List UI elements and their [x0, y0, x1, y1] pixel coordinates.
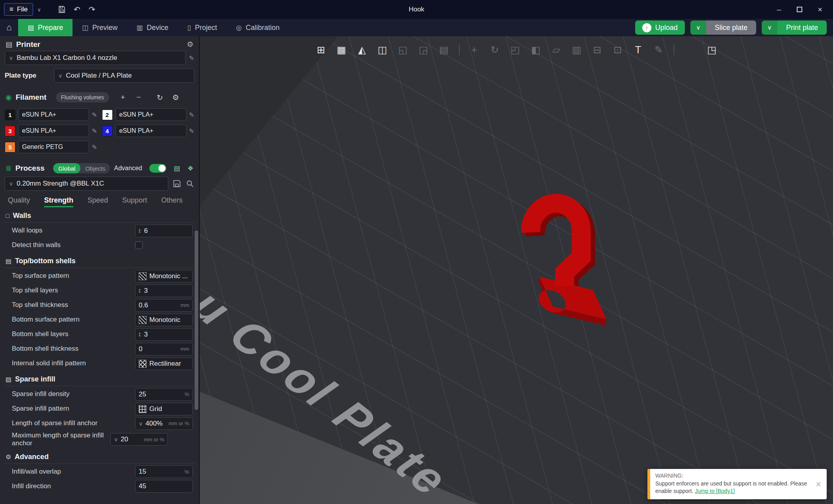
anchor-length-select[interactable]: ∨ 400% mm or %	[135, 417, 193, 430]
filament-name-field[interactable]: eSUN PLA+	[18, 108, 89, 121]
filament-color-badge[interactable]: 5	[5, 142, 15, 153]
align-icon[interactable]: ⊟	[589, 41, 606, 58]
sparse-density-input[interactable]: 25 %	[135, 388, 193, 401]
close-button[interactable]: ×	[811, 2, 829, 17]
edit-filament-icon[interactable]: ✎	[92, 111, 97, 119]
print-options-chevron[interactable]: ∨	[762, 20, 777, 35]
internal-solid-pattern-select[interactable]: Rectilinear	[135, 357, 193, 370]
minimize-button[interactable]: –	[770, 2, 788, 17]
process-preset-select[interactable]: ∨ 0.20mm Strength @BBL X1C	[5, 177, 168, 191]
sync-ams-icon[interactable]: ↻	[154, 92, 166, 103]
edit-filament-icon[interactable]: ✎	[92, 127, 97, 135]
edit-printer-icon[interactable]: ✎	[189, 54, 194, 62]
warning-close-button[interactable]: ×	[810, 469, 827, 499]
tab-project[interactable]: ▯ Project	[178, 19, 226, 36]
add-plate-icon[interactable]: ▦	[333, 41, 350, 58]
save-button[interactable]	[54, 2, 69, 17]
anchor-max-length-select[interactable]: ∨ 20 mm or %	[110, 433, 168, 446]
mirror-icon[interactable]: ◧	[527, 41, 545, 58]
viewport-3d[interactable]: Bambu Cool Plate ⊞ ▦ ◭ ◫ ◱ ◲ ▤ + ↻ ◰ ◧ ▱…	[200, 36, 833, 504]
file-menu-button[interactable]: ≡ File	[4, 3, 33, 16]
tab-prepare[interactable]: ▧ Prepare	[18, 19, 73, 36]
maximize-button[interactable]	[790, 2, 809, 17]
layers-icon[interactable]: ▤	[435, 41, 453, 58]
undo-button[interactable]: ↶	[69, 2, 84, 17]
top-shell-layers-input[interactable]: ▴▾ 3	[135, 285, 193, 297]
edit-filament-icon[interactable]: ✎	[92, 143, 97, 151]
sparse-pattern-select[interactable]: Grid	[135, 403, 193, 415]
scope-objects-button[interactable]: Objects	[80, 165, 110, 172]
wall-loops-input[interactable]: ▴▾ 6	[135, 225, 193, 237]
slice-options-chevron[interactable]: ∨	[690, 20, 706, 35]
file-menu-chevron[interactable]: ∨	[33, 2, 45, 17]
infill-direction-input[interactable]: 45	[135, 480, 193, 493]
warning-jump-link[interactable]: Jump to [Body1]	[695, 488, 734, 494]
spinner-arrows[interactable]: ▴▾	[139, 228, 141, 234]
tab-project-label: Project	[195, 24, 217, 32]
filament-name-field[interactable]: eSUN PLA+	[115, 125, 186, 137]
arrange-icon[interactable]: ◫	[374, 41, 391, 58]
tab-speed[interactable]: Speed	[87, 196, 108, 207]
sidebar-scrollbar[interactable]	[195, 231, 198, 410]
printer-select-value: Bambu Lab X1 Carbon 0.4 nozzle	[17, 54, 117, 62]
copy-icon[interactable]: ◱	[394, 41, 412, 58]
param-label: Wall loops	[12, 227, 135, 234]
filament-color-badge[interactable]: 1	[5, 110, 15, 120]
paste-icon[interactable]: ◲	[415, 41, 432, 58]
filament-settings-gear-icon[interactable]: ⚙	[170, 92, 182, 103]
bottom-shell-layers-input[interactable]: ▴▾ 3	[135, 328, 193, 341]
tab-preview[interactable]: ◫ Preview	[73, 19, 127, 36]
bottom-shell-thickness-input[interactable]: 0 mm	[135, 343, 193, 355]
model-hook[interactable]	[515, 173, 610, 331]
add-filament-button[interactable]: +	[117, 92, 129, 103]
filament-color-badge[interactable]: 3	[5, 126, 15, 136]
filament-color-badge[interactable]: 2	[102, 110, 113, 120]
auto-orient-icon[interactable]: ◭	[353, 41, 371, 58]
save-preset-icon[interactable]	[173, 179, 181, 188]
spinner-arrows[interactable]: ▴▾	[139, 332, 141, 337]
seam-paint-icon[interactable]: ✎	[650, 41, 668, 58]
filament-name-field[interactable]: Generic PETG	[18, 141, 89, 153]
tab-device[interactable]: ▥ Device	[127, 19, 178, 36]
tab-quality[interactable]: Quality	[8, 196, 30, 207]
flushing-volumes-button[interactable]: Flushing volumes	[56, 92, 109, 102]
assembly-view-icon[interactable]: ◳	[703, 41, 721, 58]
lay-flat-icon[interactable]: ▱	[548, 41, 565, 58]
tab-calibration[interactable]: ◎ Calibration	[227, 19, 289, 36]
slice-plate-button[interactable]: ∨ Slice plate	[690, 20, 756, 35]
plate-type-select[interactable]: ∨ Cool Plate / PLA Plate	[54, 69, 194, 83]
rotate-icon[interactable]: ↻	[486, 41, 504, 58]
top-surface-pattern-select[interactable]: Monotonic ...	[135, 270, 193, 283]
frame-icon[interactable]: ⊡	[609, 41, 627, 58]
cut-icon[interactable]: ▥	[568, 41, 586, 58]
filament-name-field[interactable]: eSUN PLA+	[18, 125, 89, 137]
remove-filament-button[interactable]: −	[133, 92, 145, 103]
top-shell-thickness-input[interactable]: 0.6 mm	[135, 299, 193, 312]
redo-button[interactable]: ↷	[84, 2, 99, 17]
print-plate-button[interactable]: ∨ Print plate	[762, 20, 827, 35]
printer-settings-gear-icon[interactable]: ⚙	[187, 40, 193, 49]
advanced-toggle[interactable]	[149, 164, 166, 173]
tab-strength[interactable]: Strength	[44, 196, 73, 207]
scale-icon[interactable]: ◰	[507, 41, 524, 58]
tab-support[interactable]: Support	[122, 196, 147, 207]
bottom-surface-pattern-select[interactable]: Monotonic	[135, 314, 193, 326]
move-icon[interactable]: +	[466, 41, 483, 58]
search-preset-icon[interactable]	[186, 179, 194, 188]
tab-others[interactable]: Others	[161, 196, 182, 207]
scope-global-button[interactable]: Global	[53, 163, 80, 173]
param-tree-icon[interactable]: ❖	[188, 164, 193, 173]
filament-name-field[interactable]: eSUN PLA+	[115, 108, 186, 121]
infill-wall-overlap-input[interactable]: 15 %	[135, 465, 193, 478]
add-object-icon[interactable]: ⊞	[312, 41, 330, 58]
printer-select[interactable]: ∨ Bambu Lab X1 Carbon 0.4 nozzle	[5, 51, 186, 65]
spinner-arrows[interactable]: ▴▾	[139, 288, 141, 294]
text-tool-icon[interactable]: T	[630, 41, 647, 58]
edit-filament-icon[interactable]: ✎	[189, 111, 194, 119]
filament-color-badge[interactable]: 4	[102, 126, 113, 136]
detect-thin-walls-checkbox[interactable]	[135, 242, 143, 249]
edit-filament-icon[interactable]: ✎	[189, 127, 194, 135]
upload-button[interactable]: ↑ Upload	[635, 20, 685, 35]
home-button[interactable]: ⌂	[0, 19, 18, 36]
param-list-icon[interactable]: ▤	[174, 164, 180, 173]
